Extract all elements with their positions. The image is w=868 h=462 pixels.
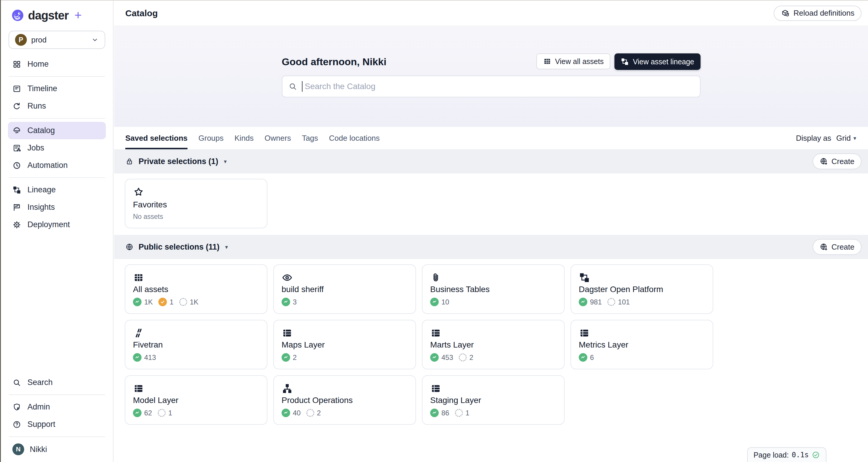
- public-cards-area: All assets 1K11K build sheriff 3 Busines…: [114, 259, 868, 431]
- catalog-search-box[interactable]: [282, 76, 701, 97]
- card-badges: 10: [430, 298, 556, 306]
- workspace-selector[interactable]: P prod: [8, 31, 105, 49]
- reload-definitions-label: Reload definitions: [794, 8, 855, 18]
- selection-card[interactable]: Staging Layer 861: [422, 375, 565, 425]
- sidebar-item-admin[interactable]: Admin: [8, 398, 106, 416]
- sidebar-item-automation[interactable]: Automation: [8, 157, 106, 174]
- selection-card[interactable]: Model Layer 621: [125, 375, 268, 425]
- materialized-count-badge: 981: [579, 298, 602, 306]
- view-asset-lineage-button[interactable]: View asset lineage: [615, 53, 700, 70]
- reload-definitions-button[interactable]: Reload definitions: [774, 6, 862, 21]
- create-private-selection-button[interactable]: Create: [813, 153, 862, 169]
- lineage-icon: [12, 185, 21, 195]
- materialized-status-icon: [430, 409, 439, 417]
- tab-code-locations[interactable]: Code locations: [329, 127, 380, 149]
- sidebar-item-support[interactable]: Support: [8, 416, 106, 433]
- caret-down-icon[interactable]: ▾: [225, 244, 228, 251]
- materialized-count-badge: 40: [282, 409, 301, 417]
- catalog-tabs-row: Saved selections Groups Kinds Owners Tag…: [114, 127, 868, 149]
- table-grid-icon: [543, 57, 551, 65]
- table-rows-icon: [430, 327, 441, 339]
- sidebar-item-home[interactable]: Home: [8, 55, 106, 73]
- never-materialized-status-icon: [158, 409, 166, 417]
- sidebar-item-lineage[interactable]: Lineage: [8, 181, 106, 199]
- sidebar-item-timeline[interactable]: Timeline: [8, 80, 106, 97]
- missing-count-badge: 1K: [179, 298, 198, 306]
- card-badges: 6: [579, 353, 705, 362]
- search-icon: [288, 82, 297, 91]
- selection-card[interactable]: Maps Layer 2: [273, 320, 416, 369]
- card-title: Maps Layer: [282, 340, 408, 350]
- sidebar-item-deployment[interactable]: Deployment: [8, 216, 106, 233]
- display-as-label: Display as: [796, 134, 831, 143]
- chevron-down-icon: [91, 36, 99, 44]
- tab-saved-selections[interactable]: Saved selections: [125, 127, 187, 149]
- selection-card[interactable]: Product Operations 402: [273, 375, 416, 425]
- lineage-icon: [579, 272, 590, 283]
- home-grid-icon: [12, 60, 21, 69]
- selection-card[interactable]: Dagster Open Platform 981101: [570, 264, 713, 314]
- tab-kinds[interactable]: Kinds: [235, 127, 253, 149]
- sidebar-bottom: Search Admin Support N Nikki: [1, 374, 113, 462]
- missing-count-badge: 1: [158, 409, 172, 417]
- selection-card[interactable]: build sheriff 3: [273, 264, 416, 314]
- catalog-icon: [12, 126, 21, 135]
- selection-card[interactable]: Fivetran 413: [125, 320, 268, 369]
- sitemap-icon: [282, 383, 293, 394]
- selection-card[interactable]: Marts Layer 4532: [422, 320, 565, 369]
- tab-owners[interactable]: Owners: [265, 127, 291, 149]
- missing-count-badge: 101: [607, 298, 630, 306]
- view-all-assets-button[interactable]: View all assets: [536, 53, 611, 69]
- materialized-status-icon: [430, 298, 439, 306]
- star-icon: [133, 186, 144, 198]
- brand-plus: +: [74, 8, 82, 22]
- text-cursor: [302, 81, 303, 92]
- private-selections-band: Private selections (1) ▾ Create: [114, 149, 868, 173]
- sidebar-item-label: Search: [27, 378, 53, 387]
- globe-plus-icon: [819, 157, 828, 166]
- tab-tags[interactable]: Tags: [302, 127, 318, 149]
- badge-count: 2: [317, 409, 321, 417]
- page-load-label: Page load:: [753, 451, 789, 459]
- sidebar-item-catalog[interactable]: Catalog: [8, 122, 106, 139]
- create-public-selection-button[interactable]: Create: [813, 239, 862, 255]
- badge-count: 62: [144, 409, 152, 417]
- selection-card[interactable]: Business Tables 10: [422, 264, 565, 314]
- badge-count: 981: [590, 298, 602, 306]
- materialized-count-badge: 10: [430, 298, 450, 306]
- public-selections-title: Public selections (11): [138, 242, 220, 252]
- caret-down-icon[interactable]: ▾: [224, 158, 227, 165]
- sidebar-item-runs[interactable]: Runs: [8, 97, 106, 115]
- selection-card[interactable]: Metrics Layer 6: [570, 320, 713, 369]
- nav-divider: [9, 118, 105, 119]
- lineage-icon: [621, 58, 629, 66]
- window-top-edge: [0, 0, 868, 1]
- catalog-search-input[interactable]: [305, 82, 694, 91]
- eye-icon: [282, 272, 293, 283]
- badge-count: 2: [469, 353, 473, 362]
- page-load-value: 0.1s: [792, 451, 809, 459]
- public-cards-grid: All assets 1K11K build sheriff 3 Busines…: [125, 264, 862, 425]
- insights-flag-icon: [12, 203, 21, 212]
- card-badges: 861: [430, 409, 556, 417]
- sidebar-item-jobs[interactable]: Jobs: [8, 139, 106, 157]
- globe-plus-icon: [819, 243, 828, 251]
- materialized-count-badge: 6: [579, 353, 594, 362]
- sidebar: dagster + P prod Home Timeline Runs Cata…: [1, 1, 114, 462]
- catalog-hero: Good afternoon, Nikki View all assets Vi…: [114, 26, 868, 127]
- badge-count: 1: [169, 298, 173, 306]
- materialized-status-icon: [133, 353, 142, 362]
- display-as-select[interactable]: Grid ▾: [836, 134, 856, 143]
- workspace-label: prod: [31, 35, 46, 45]
- user-menu[interactable]: N Nikki: [8, 440, 106, 459]
- card-title: Dagster Open Platform: [579, 285, 705, 294]
- sidebar-item-search[interactable]: Search: [8, 374, 106, 391]
- sidebar-item-insights[interactable]: Insights: [8, 199, 106, 216]
- selection-card[interactable]: Favorites No assets: [125, 179, 268, 228]
- materialized-status-icon: [430, 353, 439, 362]
- materialized-status-icon: [133, 298, 142, 306]
- selection-card[interactable]: All assets 1K11K: [125, 264, 268, 314]
- tab-groups[interactable]: Groups: [198, 127, 223, 149]
- nav-divider: [9, 76, 105, 77]
- dagster-logo[interactable]: dagster +: [1, 1, 113, 22]
